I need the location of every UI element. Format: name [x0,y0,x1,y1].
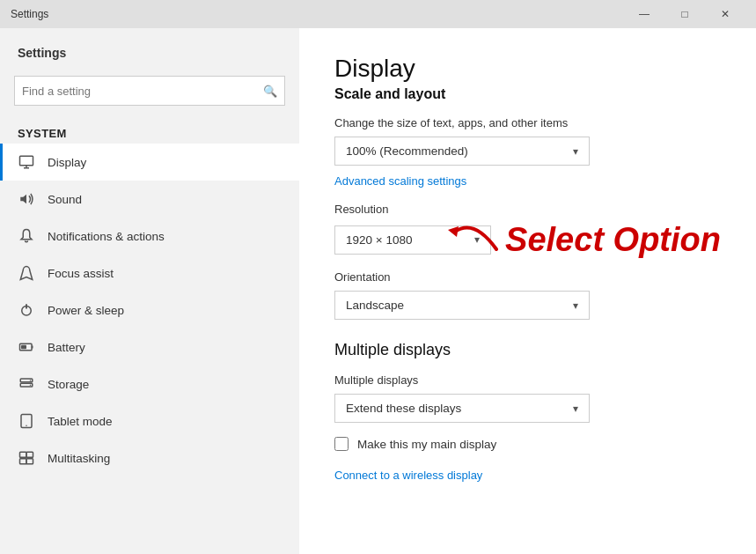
sidebar: Settings 🔍 System Display Sound Notifica… [0,28,299,554]
focus-icon [18,264,35,282]
sidebar-item-display-label: Display [48,156,86,169]
sidebar-item-focus-label: Focus assist [48,267,114,280]
multiple-displays-dropdown[interactable]: Extend these displays ▾ [334,394,590,423]
svg-marker-3 [20,195,26,204]
main-display-checkbox-row: Make this my main display [334,437,721,451]
svg-rect-16 [26,452,33,457]
section-title: Scale and layout [334,86,721,102]
resolution-row: 1920 × 1080 ▾ Select Option [334,223,721,256]
sidebar-item-storage-label: Storage [48,378,89,391]
search-box[interactable]: 🔍 [14,76,285,106]
text-size-arrow-icon: ▾ [573,145,578,158]
sidebar-item-tablet[interactable]: Tablet mode [0,403,299,440]
storage-icon [18,375,35,393]
resolution-label: Resolution [334,203,721,216]
svg-rect-7 [32,346,33,349]
svg-point-14 [26,425,27,427]
display-icon [18,153,35,171]
text-size-label: Change the size of text, apps, and other… [334,116,721,129]
sidebar-item-power-label: Power & sleep [48,304,124,317]
svg-rect-17 [20,459,27,464]
orientation-arrow-icon: ▾ [573,299,578,312]
sidebar-item-storage[interactable]: Storage [0,366,299,403]
sidebar-item-display[interactable]: Display [0,144,299,181]
sidebar-item-sound-label: Sound [48,193,82,206]
svg-point-12 [30,384,32,386]
orientation-label: Orientation [334,270,721,284]
close-button[interactable]: ✕ [705,0,745,28]
sidebar-item-multitasking-label: Multitasking [48,452,110,465]
svg-rect-18 [26,459,33,464]
power-icon [18,301,35,319]
orientation-dropdown[interactable]: Landscape ▾ [334,291,590,320]
maximize-button[interactable]: □ [664,0,705,28]
wireless-display-link[interactable]: Connect to a wireless display [334,469,482,482]
sidebar-item-focus[interactable]: Focus assist [0,255,299,292]
app-container: Settings 🔍 System Display Sound Notifica… [0,28,756,554]
window-title: Settings [11,8,48,20]
select-option-text: Select Option [505,223,721,256]
text-size-value: 100% (Recommended) [346,144,468,158]
svg-rect-0 [20,156,33,166]
sidebar-item-multitasking[interactable]: Multitasking [0,440,299,476]
page-title: Display [334,55,721,83]
multiple-displays-label: Multiple displays [334,373,721,387]
sound-icon [18,190,35,208]
svg-rect-15 [20,452,27,457]
main-display-checkbox-label: Make this my main display [357,438,496,451]
main-content: Display Scale and layout Change the size… [299,28,756,554]
battery-icon [18,338,35,356]
sidebar-item-battery-label: Battery [48,341,85,354]
multiple-displays-arrow-icon: ▾ [573,403,578,415]
sidebar-item-notifications-label: Notifications & actions [48,230,165,243]
main-display-checkbox[interactable] [334,437,349,451]
multitasking-icon [18,449,35,467]
select-option-annotation: Select Option [505,223,721,256]
sidebar-item-notifications[interactable]: Notifications & actions [0,218,299,255]
search-icon: 🔍 [263,85,277,98]
resolution-value: 1920 × 1080 [346,233,412,247]
multiple-displays-value: Extend these displays [346,402,461,415]
text-size-dropdown[interactable]: 100% (Recommended) ▾ [334,137,590,166]
annotation-container: Select Option [505,223,721,256]
notifications-icon [18,227,35,245]
titlebar: Settings — □ ✕ [0,0,756,28]
orientation-value: Landscape [346,299,404,312]
red-arrow-icon [448,214,501,258]
tablet-icon [18,412,35,430]
advanced-scaling-link[interactable]: Advanced scaling settings [334,174,466,188]
sidebar-item-sound[interactable]: Sound [0,181,299,218]
sidebar-item-power[interactable]: Power & sleep [0,292,299,329]
multiple-displays-heading: Multiple displays [334,341,721,359]
svg-point-11 [30,380,32,381]
sidebar-header: Settings [0,28,299,69]
svg-rect-8 [21,345,26,350]
sidebar-item-tablet-label: Tablet mode [48,415,113,428]
svg-marker-19 [448,226,459,237]
sidebar-item-battery[interactable]: Battery [0,329,299,366]
search-input[interactable] [22,85,263,98]
window-controls: — □ ✕ [624,0,745,28]
system-section-label: System [0,120,299,144]
minimize-button[interactable]: — [624,0,664,28]
